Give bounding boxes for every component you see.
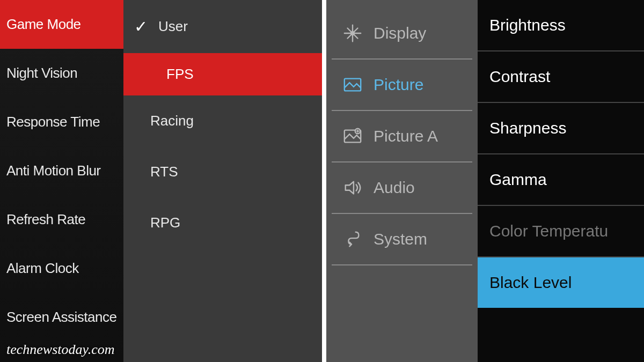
option-fps[interactable]: FPS bbox=[123, 53, 322, 95]
submenu-color-temperature[interactable]: Color Temperatu bbox=[478, 206, 644, 257]
svg-point-0 bbox=[351, 32, 354, 35]
category-system[interactable]: System bbox=[332, 214, 472, 265]
settings-sidebar: Game Mode Night Vision Response Time Ant… bbox=[0, 0, 123, 362]
category-label: System bbox=[374, 230, 427, 248]
submenu-sharpness[interactable]: Sharpness bbox=[478, 103, 644, 154]
sidebar-item-response-time[interactable]: Response Time bbox=[0, 98, 123, 146]
submenu-gamma[interactable]: Gamma bbox=[478, 154, 644, 206]
category-picture[interactable]: Picture bbox=[332, 60, 472, 111]
picture-submenu: Brightness Contrast Sharpness Gamma Colo… bbox=[478, 0, 644, 362]
category-sidebar: Display Picture Picture A Audio bbox=[326, 0, 478, 362]
sidebar-item-alarm-clock[interactable]: Alarm Clock bbox=[0, 244, 123, 293]
game-mode-options: User FPS Racing RTS RPG bbox=[123, 0, 322, 362]
option-user[interactable]: User bbox=[123, 0, 322, 53]
option-racing[interactable]: Racing bbox=[123, 95, 322, 146]
picture-adv-icon bbox=[341, 126, 364, 146]
category-label: Audio bbox=[374, 179, 415, 197]
audio-icon bbox=[341, 178, 364, 198]
submenu-black-level[interactable]: Black Level bbox=[478, 257, 644, 308]
display-osd-panel: Display Picture Picture A Audio bbox=[326, 0, 644, 362]
option-rts[interactable]: RTS bbox=[123, 146, 322, 197]
sidebar-item-night-vision[interactable]: Night Vision bbox=[0, 49, 123, 98]
category-picture-advanced[interactable]: Picture A bbox=[332, 111, 472, 162]
gaming-osd-panel: Game Mode Night Vision Response Time Ant… bbox=[0, 0, 322, 362]
panel-divider bbox=[322, 0, 326, 362]
system-icon bbox=[341, 229, 364, 249]
sidebar-item-screen-assistance[interactable]: Screen Assistance bbox=[0, 293, 123, 342]
category-label: Display bbox=[374, 24, 426, 42]
category-label: Picture bbox=[374, 76, 423, 94]
category-audio[interactable]: Audio bbox=[332, 162, 472, 214]
sidebar-item-refresh-rate[interactable]: Refresh Rate bbox=[0, 195, 123, 244]
sidebar-item-game-mode[interactable]: Game Mode bbox=[0, 0, 123, 49]
display-icon bbox=[341, 23, 364, 43]
watermark-text: technewstoday.com bbox=[6, 342, 114, 358]
picture-icon bbox=[341, 75, 364, 95]
category-label: Picture A bbox=[374, 127, 438, 145]
category-display[interactable]: Display bbox=[332, 8, 472, 60]
option-rpg[interactable]: RPG bbox=[123, 197, 322, 248]
sidebar-item-anti-motion-blur[interactable]: Anti Motion Blur bbox=[0, 146, 123, 195]
submenu-contrast[interactable]: Contrast bbox=[478, 51, 644, 103]
submenu-brightness[interactable]: Brightness bbox=[478, 0, 644, 51]
